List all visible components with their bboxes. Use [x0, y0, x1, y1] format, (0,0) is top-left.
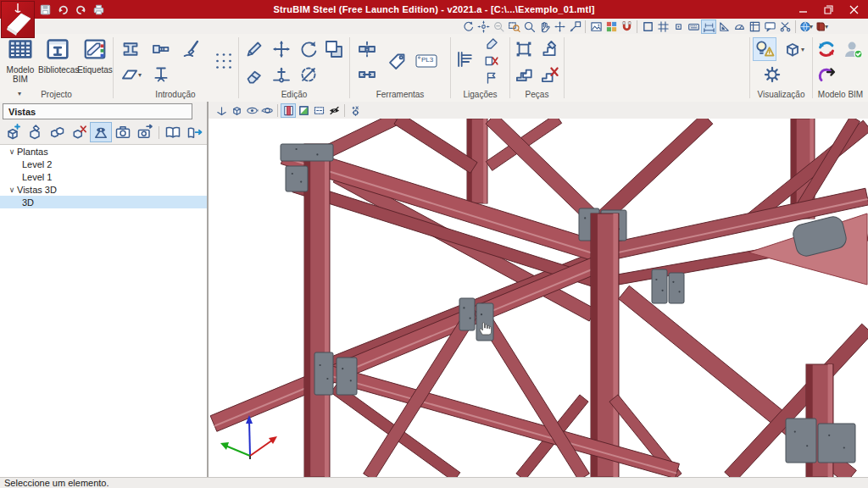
new-connection-button[interactable] — [481, 36, 502, 53]
print-button[interactable] — [91, 3, 106, 17]
render-options-button[interactable] — [753, 37, 776, 61]
view-3d-button[interactable]: ▾ — [782, 37, 805, 61]
zoom-button[interactable] — [521, 19, 537, 34]
bim-export-button[interactable] — [815, 63, 838, 86]
layers-button[interactable] — [747, 19, 762, 34]
move-view-button[interactable] — [552, 19, 567, 34]
zoom-extents-button[interactable] — [476, 19, 491, 34]
zoom-previous-button[interactable] — [491, 19, 506, 34]
connection-button[interactable] — [453, 47, 476, 71]
help-button[interactable]: ▾ — [814, 19, 829, 34]
insert-weld-button[interactable] — [180, 37, 203, 61]
rotate-view-button[interactable] — [460, 19, 476, 34]
delete-piece-button[interactable] — [537, 63, 561, 86]
color-palette-button[interactable] — [604, 19, 619, 34]
bibliotecas-button[interactable]: Bibliotecas — [37, 36, 78, 75]
split-beam-button[interactable] — [355, 37, 379, 61]
tree-item-level-2[interactable]: Level 2 — [0, 158, 207, 170]
ribbon-icon — [324, 39, 344, 59]
chevron-expand-icon[interactable]: ∨ — [7, 186, 17, 194]
insert-profile-button[interactable] — [119, 37, 142, 61]
join-beam-button[interactable] — [355, 63, 379, 86]
edit-button[interactable] — [242, 37, 266, 61]
online-services-button[interactable]: ▾ — [798, 19, 814, 34]
status-bar: Seleccione um elemento. — [0, 477, 868, 488]
tree-item-3d[interactable]: 3D — [0, 196, 207, 208]
tag-button[interactable] — [386, 49, 409, 73]
edit-piece-button[interactable] — [537, 37, 561, 61]
view-3d-options-button[interactable] — [348, 103, 363, 118]
axes-button[interactable] — [214, 103, 229, 118]
insert-anchor-button[interactable] — [149, 63, 173, 86]
tools-button[interactable] — [777, 19, 793, 34]
camera-export-button[interactable] — [134, 122, 156, 142]
toolbar-separator — [159, 126, 159, 139]
rotate-axis-button[interactable] — [297, 63, 320, 86]
rotate-button[interactable] — [297, 37, 320, 61]
viewport-3d[interactable] — [209, 119, 868, 477]
settings-button[interactable] — [760, 63, 784, 86]
maximize-button[interactable] — [815, 0, 841, 19]
next-drawing-button[interactable] — [184, 122, 206, 142]
grid-toggle-button[interactable] — [655, 19, 670, 34]
keyboard-entry-button[interactable] — [686, 19, 701, 34]
point-grid-button[interactable] — [212, 49, 236, 73]
zoom-selection-button[interactable] — [567, 19, 582, 34]
protractor-button[interactable] — [732, 19, 747, 34]
bim-sync-button[interactable] — [815, 37, 838, 61]
pl3-plate-tag-button[interactable]: PL3 — [415, 49, 438, 73]
zoom-window-button[interactable] — [506, 19, 521, 34]
preview-view-button[interactable] — [90, 122, 112, 142]
section-green-icon — [298, 104, 310, 117]
undo-button[interactable] — [55, 3, 70, 17]
section-dashed-button[interactable] — [311, 103, 326, 118]
insert-bolt-button[interactable] — [149, 37, 173, 61]
tree-item-plantas[interactable]: ∨Plantas — [0, 145, 207, 158]
delete-connection-button[interactable] — [481, 53, 502, 69]
capture-image-button[interactable] — [588, 19, 604, 34]
close-button[interactable] — [841, 0, 866, 19]
camera-view-button[interactable] — [112, 122, 134, 142]
move-point-button[interactable] — [270, 63, 293, 86]
frame-toggle-button[interactable] — [640, 19, 655, 34]
object-snap-button[interactable] — [619, 19, 634, 34]
snap-point-button[interactable] — [670, 19, 686, 34]
section-red-button[interactable] — [281, 103, 296, 118]
duplicate-view-icon — [48, 124, 65, 141]
select-pieces-button[interactable] — [512, 37, 536, 61]
chevron-expand-icon[interactable]: ∨ — [7, 147, 17, 156]
status-text: Seleccione um elemento. — [4, 478, 109, 488]
copy-button[interactable] — [322, 37, 346, 61]
comments-button[interactable] — [762, 19, 777, 34]
set-square-button[interactable] — [716, 19, 732, 34]
dimensions-button[interactable] — [701, 19, 716, 34]
ribbon-icon — [244, 64, 264, 85]
edit-view-button[interactable] — [24, 122, 46, 142]
explode-connection-button[interactable] — [481, 69, 502, 86]
save-button[interactable] — [37, 3, 53, 17]
orbit-free-button[interactable] — [244, 103, 259, 118]
duplicate-view-button[interactable] — [46, 122, 68, 142]
open-drawing-button[interactable] — [162, 122, 184, 142]
copy-piece-button[interactable] — [512, 63, 536, 86]
bim-account-button[interactable] — [841, 37, 865, 61]
move-button[interactable] — [270, 37, 293, 61]
redo-button[interactable] — [73, 3, 88, 17]
ribbon-group-pecas: Peças — [510, 34, 564, 101]
erase-button[interactable] — [242, 63, 266, 86]
pan-button[interactable] — [537, 19, 552, 34]
vistas-panel-header[interactable]: Vistas — [3, 103, 192, 119]
hidden-elements-button[interactable] — [326, 103, 342, 118]
minimize-button[interactable] — [790, 0, 815, 19]
tree-item-level-1[interactable]: Level 1 — [0, 170, 207, 183]
new-view-button[interactable] — [2, 122, 24, 142]
etiquetas-button[interactable]: Etiquetas — [76, 36, 114, 75]
orbit-constrained-button[interactable] — [259, 103, 275, 118]
dimensions-icon — [703, 20, 715, 33]
section-green-button[interactable] — [296, 103, 311, 118]
delete-view-button[interactable] — [68, 122, 90, 142]
ribbon-icon — [539, 64, 559, 85]
view-cube-button[interactable] — [229, 103, 244, 118]
tree-item-vistas-3d[interactable]: ∨Vistas 3D — [0, 183, 207, 196]
insert-plate-button[interactable]: ▾ — [119, 63, 142, 86]
